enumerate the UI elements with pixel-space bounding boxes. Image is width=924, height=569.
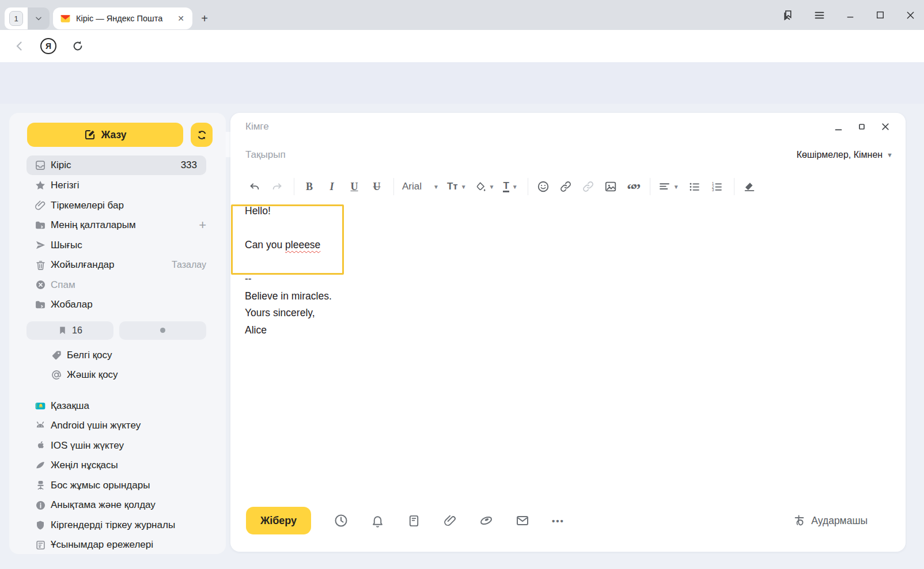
yandex-home-icon[interactable]: Я — [40, 38, 56, 54]
divider — [734, 178, 734, 195]
folder-icon — [35, 219, 46, 231]
sidebar-item-sent[interactable]: Шығыс — [9, 236, 226, 256]
attach-from-mail-icon[interactable] — [516, 514, 529, 528]
chevron-down-icon: ▼ — [461, 184, 467, 190]
body-line-request: Can you pleeese — [245, 237, 648, 254]
panels-icon[interactable] — [782, 9, 794, 21]
login-journal-item[interactable]: Кіргендерді тіркеу журналы — [9, 515, 226, 536]
compose-actions-bar: Жіберу ••• Аудармашы — [230, 507, 906, 534]
vacancies-item[interactable]: Бос жұмыс орындары — [9, 476, 226, 496]
cc-from-toggle[interactable]: Көшірмелер, Кімнен ▼ — [797, 150, 893, 160]
compose-close-icon[interactable] — [880, 122, 891, 132]
more-actions-icon[interactable]: ••• — [552, 516, 565, 526]
light-version-item[interactable]: Жеңіл нұсқасы — [9, 456, 226, 476]
address-bar: Я mail.yandex.ru Кіріс — Яндекс Пошта Ре… — [0, 30, 924, 62]
remove-link-button[interactable] — [581, 179, 595, 195]
window-close-button[interactable] — [905, 10, 916, 21]
star-icon — [35, 180, 46, 191]
new-tab-button[interactable]: + — [197, 11, 212, 26]
reload-icon[interactable] — [71, 40, 84, 52]
folder-label: Кіріс — [51, 160, 71, 171]
bullet-list-button[interactable] — [688, 179, 702, 195]
footer-label: Android үшін жүктеу — [51, 420, 141, 431]
refresh-icon — [196, 130, 207, 141]
refresh-button[interactable] — [191, 123, 213, 147]
chevron-down-icon[interactable]: ▼ — [433, 184, 439, 190]
insert-image-button[interactable] — [604, 179, 618, 195]
subject-field[interactable] — [245, 149, 797, 161]
sidebar-item-attachments[interactable]: Тіркемелері бар — [9, 196, 226, 216]
language-item[interactable]: Қазақша — [9, 396, 226, 416]
add-mailbox-item[interactable]: Жәшік қосу — [9, 365, 226, 385]
sidebar-item-spam[interactable]: Спам — [9, 275, 226, 295]
schedule-send-icon[interactable] — [334, 514, 348, 528]
bookmarks-pill[interactable]: 16 — [26, 321, 113, 340]
clear-formatting-button[interactable] — [743, 179, 756, 195]
font-size-dropdown[interactable]: Tт▼ — [447, 179, 467, 195]
underline-button[interactable]: U — [347, 179, 361, 195]
add-folder-icon[interactable]: + — [199, 219, 206, 231]
message-body[interactable]: Hello! Can you pleeese -- Believe in mir… — [245, 203, 648, 339]
document-icon — [35, 539, 46, 551]
browser-menu-icon[interactable] — [813, 9, 825, 21]
cc-from-label: Көшірмелер, Кімнен — [797, 150, 883, 160]
tab-list-chevron-icon[interactable] — [28, 7, 50, 29]
footer-label: Қазақша — [51, 400, 89, 412]
tab-title: Кіріс — Яндекс Пошта — [76, 14, 175, 23]
redo-button[interactable] — [270, 179, 284, 195]
send-button[interactable]: Жіберу — [246, 507, 311, 534]
italic-button[interactable]: I — [325, 179, 339, 195]
reminder-bell-icon[interactable] — [370, 514, 384, 528]
sidebar-item-trash[interactable]: Жойылғандар Тазалау — [9, 255, 226, 275]
add-tag-item[interactable]: Белгі қосу — [9, 346, 226, 366]
clear-trash-link[interactable]: Тазалау — [172, 260, 206, 270]
signature-delimiter: -- — [245, 271, 648, 288]
insert-link-button[interactable] — [559, 179, 573, 195]
numbered-list-button[interactable] — [710, 179, 724, 195]
android-download-item[interactable]: Android үшін жүктеу — [9, 416, 226, 436]
browser-titlebar: 1 Кіріс — Яндекс Пошта ✕ + — [0, 0, 924, 30]
template-icon[interactable] — [407, 514, 421, 528]
chevron-down-icon: ▼ — [512, 184, 518, 190]
attach-file-icon[interactable] — [443, 514, 457, 528]
compose-popout-icon[interactable] — [858, 123, 865, 130]
ios-download-item[interactable]: IOS үшін жүктеу — [9, 436, 226, 456]
to-field[interactable] — [245, 121, 834, 132]
sidebar-item-inbox[interactable]: Кіріс 333 — [26, 155, 206, 175]
bold-button[interactable]: B — [302, 179, 316, 195]
highlight-color-button[interactable]: ▼ — [475, 179, 495, 195]
compose-window: Көшірмелер, Кімнен ▼ B I U U Arial ▼ Tт▼… — [230, 113, 906, 552]
text-color-button[interactable]: T▼ — [503, 179, 517, 195]
sidebar-footer: Қазақша Android үшін жүктеу IOS үшін жүк… — [9, 396, 226, 555]
emoji-button[interactable] — [536, 179, 550, 195]
blockquote-button[interactable]: “” — [626, 179, 640, 195]
paper-plane-icon — [35, 240, 46, 251]
align-button[interactable]: ▼ — [658, 179, 679, 195]
body-line-blank — [245, 220, 648, 237]
sidebar-item-important[interactable]: Негізгі — [9, 176, 226, 196]
recommendation-rules-item[interactable]: Ұсынымдар ережелері — [9, 535, 226, 555]
apple-icon — [35, 440, 46, 452]
tag-icon — [51, 350, 62, 361]
back-button-icon[interactable] — [13, 39, 26, 53]
help-support-item[interactable]: Анықтама және қолдау — [9, 495, 226, 515]
footer-label: Бос жұмыс орындары — [51, 480, 150, 491]
sidebar-item-drafts[interactable]: Жобалар — [9, 295, 226, 315]
undo-button[interactable] — [248, 179, 262, 195]
translator-toggle[interactable]: Аудармашы — [793, 507, 868, 534]
compose-button[interactable]: Жазу — [27, 123, 183, 147]
tab-close-icon[interactable]: ✕ — [175, 13, 187, 24]
window-minimize-button[interactable] — [845, 10, 855, 20]
paperclip-icon — [35, 200, 46, 211]
window-maximize-button[interactable] — [875, 10, 885, 20]
strikethrough-button[interactable]: U — [370, 179, 384, 195]
sidebar-item-my-folders[interactable]: Менің қалталарым + — [9, 215, 226, 236]
compose-minimize-icon[interactable] — [834, 122, 843, 132]
attach-from-disk-icon[interactable] — [479, 514, 493, 528]
tab-counter[interactable]: 1 — [5, 7, 28, 29]
tab-group-control[interactable]: 1 — [5, 7, 50, 29]
folder-label: Спам — [51, 279, 75, 291]
font-family-dropdown[interactable]: Arial — [402, 179, 422, 195]
dot-pill[interactable] — [119, 321, 206, 340]
browser-tab[interactable]: Кіріс — Яндекс Пошта ✕ — [53, 7, 192, 29]
